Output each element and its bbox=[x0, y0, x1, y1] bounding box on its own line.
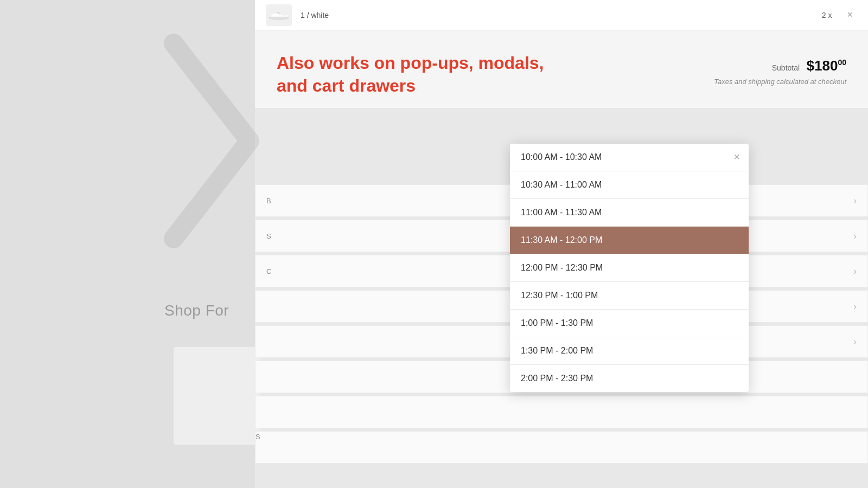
chevron-icon-4: › bbox=[853, 301, 857, 312]
taxes-note: Taxes and shipping calculated at checkou… bbox=[714, 78, 846, 86]
chevron-icon-1: › bbox=[853, 195, 857, 207]
behind-row-2-label: S bbox=[266, 232, 271, 240]
time-slot-3[interactable]: 11:00 AM - 11:30 AM bbox=[510, 199, 749, 227]
time-picker-modal: × 10:00 AM - 10:30 AM 10:30 AM - 11:00 A… bbox=[510, 144, 749, 392]
behind-row-1-label: B bbox=[266, 197, 271, 205]
time-slot-7[interactable]: 1:00 PM - 1:30 PM bbox=[510, 310, 749, 337]
product-quantity: 2 x bbox=[822, 11, 832, 20]
top-bar: 1 / white 2 x × bbox=[255, 0, 868, 30]
subtotal-price: $18000 bbox=[807, 57, 846, 74]
behind-row-8: S bbox=[255, 431, 868, 464]
top-close-button[interactable]: × bbox=[843, 7, 857, 23]
time-slot-4[interactable]: 11:30 AM - 12:00 PM bbox=[510, 227, 749, 254]
promo-text: Also works on pop-ups, modals, and cart … bbox=[277, 52, 548, 97]
time-slot-6[interactable]: 12:30 PM - 1:00 PM bbox=[510, 282, 749, 310]
chevron-icon-5: › bbox=[853, 336, 857, 348]
time-slot-1[interactable]: 10:00 AM - 10:30 AM bbox=[510, 144, 749, 171]
chevron-icon-2: › bbox=[853, 230, 857, 242]
subtotal-area: Subtotal $18000 Taxes and shipping calcu… bbox=[714, 30, 846, 86]
shop-for-label: Shop For bbox=[164, 302, 229, 319]
time-slot-9[interactable]: 2:00 PM - 2:30 PM bbox=[510, 365, 749, 392]
time-slot-2[interactable]: 10:30 AM - 11:00 AM bbox=[510, 171, 749, 199]
product-variant: 1 / white bbox=[301, 11, 822, 20]
behind-row-7 bbox=[255, 396, 868, 428]
time-slot-5[interactable]: 12:00 PM - 12:30 PM bbox=[510, 254, 749, 282]
behind-row-3-label: C bbox=[266, 267, 271, 275]
left-background: Shop For bbox=[0, 0, 255, 488]
bottom-card bbox=[174, 347, 260, 445]
product-thumbnail bbox=[266, 4, 292, 26]
decorative-arrow-icon bbox=[157, 33, 266, 249]
modal-close-button[interactable]: × bbox=[733, 151, 740, 162]
time-slot-8[interactable]: 1:30 PM - 2:00 PM bbox=[510, 337, 749, 365]
behind-row-8-label: S bbox=[256, 433, 260, 441]
chevron-icon-3: › bbox=[853, 266, 857, 277]
subtotal-label: Subtotal bbox=[772, 63, 800, 72]
